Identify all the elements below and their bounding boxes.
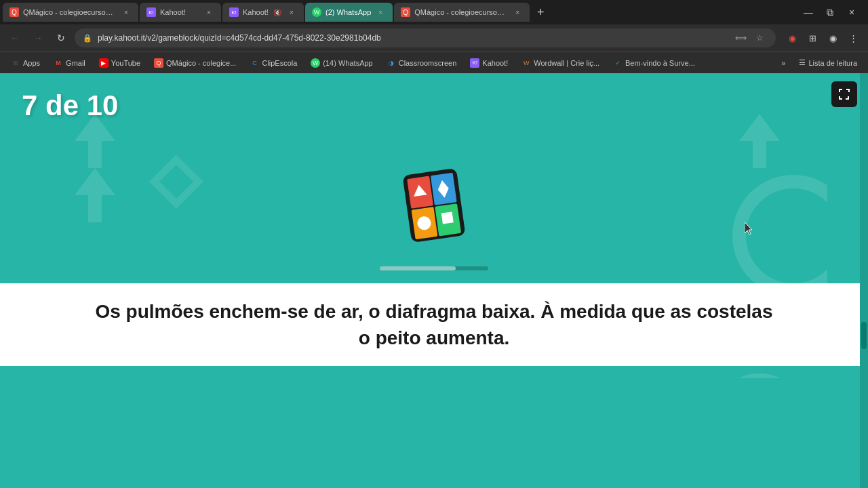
tab-bar: Q QMágico - colegioecursode... × K! Kaho… — [0, 0, 868, 24]
scrollbar[interactable] — [860, 73, 868, 488]
tab-favicon-qmagico-1: Q — [9, 7, 19, 17]
tab-title-whatsapp: (2) WhatsApp — [326, 8, 371, 16]
tab-title-kahoot-2: Kahoot! — [243, 8, 269, 16]
extensions-puzzle-icon[interactable]: ⊞ — [803, 28, 822, 47]
more-bookmarks-button[interactable]: » — [776, 57, 791, 69]
question-counter: 7 de 10 — [22, 89, 118, 122]
kahoot-logo-area — [400, 168, 468, 245]
more-bookmarks: » ☰ Lista de leitura — [776, 56, 863, 69]
bookmark-favicon-classroomscreen: ◑ — [387, 58, 396, 68]
bookmark-favicon-clipescola: C — [250, 58, 259, 68]
browser-window: Q QMágico - colegioecursode... × K! Kaho… — [0, 0, 868, 488]
browser-toolbar-icons: ◉ ⊞ ◉ ⋮ — [783, 28, 863, 47]
maximize-button[interactable]: ⧉ — [821, 3, 840, 22]
bottom-area — [0, 378, 868, 488]
refresh-button[interactable]: ↻ — [52, 28, 71, 47]
new-tab-button[interactable]: + — [531, 3, 550, 22]
progress-bar-fill — [380, 266, 456, 270]
svg-marker-0 — [75, 114, 115, 168]
question-text-line2: o peito aumenta. — [359, 327, 509, 348]
tab-title-kahoot-1: Kahoot! — [160, 8, 199, 16]
bookmark-label-gmail: Gmail — [66, 59, 85, 67]
address-bar[interactable]: 🔒 play.kahoot.it/v2/gameblock/quizId=c4d… — [75, 28, 776, 47]
tab-favicon-kahoot-1: K! — [146, 7, 156, 17]
forward-button[interactable]: → — [28, 28, 47, 47]
scrollbar-thumb[interactable] — [861, 322, 867, 349]
bookmark-classroomscreen[interactable]: ◑ Classroomscreen — [381, 56, 462, 70]
bookmark-favicon-kahoot: K! — [470, 58, 479, 68]
question-text-area: Os pulmões enchem-se de ar, o diafragma … — [0, 283, 868, 366]
bookmark-label-surveymonkey: Bem-vindo à Surve... — [625, 59, 695, 67]
tab-favicon-kahoot-2: K! — [229, 7, 239, 17]
svg-rect-17 — [441, 211, 454, 224]
bg-shape-right — [692, 100, 827, 304]
bg-shape-diamond-left — [149, 155, 203, 209]
tab-close-kahoot-2[interactable]: × — [286, 7, 297, 18]
svg-point-4 — [739, 182, 827, 290]
bookmark-apps[interactable]: ⊞ Apps — [5, 56, 45, 70]
bookmark-whatsapp[interactable]: W (14) WhatsApp — [305, 56, 378, 70]
tab-title-qmagico-2: QMágico - colegioecursode... — [414, 8, 508, 16]
svg-marker-3 — [159, 165, 193, 199]
bookmark-gmail[interactable]: M Gmail — [48, 56, 91, 70]
bookmark-favicon-surveymonkey: ✓ — [613, 58, 623, 68]
svg-marker-1 — [75, 168, 115, 222]
kahoot-logo-icon — [400, 168, 468, 243]
bookmark-label-whatsapp: (14) WhatsApp — [323, 59, 372, 67]
bookmark-label-clipescola: ClipEscola — [262, 59, 297, 67]
bookmarks-bar: ⊞ Apps M Gmail ▶ YouTube Q QMágico - col… — [0, 52, 868, 73]
tab-mute-kahoot-2[interactable]: 🔇 — [273, 7, 282, 17]
tab-qmagico-1[interactable]: Q QMágico - colegioecursode... × — [3, 3, 138, 22]
question-text-line1: Os pulmões enchem-se de ar, o diafragma … — [95, 301, 772, 322]
tab-close-kahoot-1[interactable]: × — [203, 7, 214, 18]
page-content: 7 de 10 — [0, 73, 868, 488]
fullscreen-button[interactable] — [831, 81, 857, 107]
bookmark-label-classroomscreen: Classroomscreen — [399, 59, 457, 67]
bookmark-favicon-gmail: M — [54, 58, 63, 68]
question-text: Os pulmões enchem-se de ar, o diafragma … — [11, 298, 857, 351]
bookmark-label-wordwall: Wordwall | Crie liç... — [534, 59, 599, 67]
bookmark-favicon-qmagico: Q — [154, 58, 163, 68]
minimize-button[interactable]: — — [799, 3, 818, 22]
lock-icon: 🔒 — [83, 34, 92, 43]
tab-close-whatsapp[interactable]: × — [375, 7, 386, 18]
back-button[interactable]: ← — [5, 28, 24, 47]
bookmark-label-youtube: YouTube — [111, 59, 140, 67]
tab-qmagico-2[interactable]: Q QMágico - colegioecursode... × — [394, 3, 530, 22]
menu-icon[interactable]: ⋮ — [844, 28, 863, 47]
tab-favicon-whatsapp: W — [312, 7, 321, 17]
bookmark-favicon-youtube: ▶ — [99, 58, 108, 68]
reading-list-button[interactable]: ☰ Lista de leitura — [793, 56, 863, 69]
progress-bar-bg — [380, 266, 488, 270]
window-controls: — ⧉ × — [799, 3, 865, 22]
bookmark-favicon-wordwall: W — [521, 58, 531, 68]
tab-close-qmagico-1[interactable]: × — [121, 7, 132, 18]
bookmark-favicon-apps: ⊞ — [11, 58, 20, 68]
bookmark-surveymonkey[interactable]: ✓ Bem-vindo à Surve... — [608, 56, 701, 70]
bookmark-kahoot[interactable]: K! Kahoot! — [465, 56, 513, 70]
tab-title-qmagico-1: QMágico - colegioecursode... — [23, 8, 117, 16]
bookmark-clipescola[interactable]: C ClipEscola — [244, 56, 302, 70]
cursor-icon — [745, 222, 755, 236]
reading-list-icon: ☰ — [799, 58, 806, 67]
fullscreen-icon — [837, 87, 851, 101]
tab-close-qmagico-2[interactable]: × — [512, 7, 523, 18]
tab-kahoot-1[interactable]: K! Kahoot! × — [140, 3, 221, 22]
cursor — [745, 222, 755, 239]
tab-kahoot-2[interactable]: K! Kahoot! 🔇 × — [222, 3, 304, 22]
reading-list-label: Lista de leitura — [808, 59, 857, 67]
star-icon[interactable]: ☆ — [751, 30, 768, 46]
bookmark-wordwall[interactable]: W Wordwall | Crie liç... — [516, 56, 605, 70]
bookmark-label-qmagico: QMágico - colegice... — [166, 59, 236, 67]
close-button[interactable]: × — [842, 3, 861, 22]
url-text: play.kahoot.it/v2/gameblock/quizId=c4d57… — [98, 33, 727, 43]
profile-icon[interactable]: ◉ — [823, 28, 842, 47]
translate-icon[interactable]: ⟺ — [732, 30, 749, 46]
bookmark-youtube[interactable]: ▶ YouTube — [94, 56, 146, 70]
tab-whatsapp[interactable]: W (2) WhatsApp × — [305, 3, 393, 22]
address-bar-row: ← → ↻ 🔒 play.kahoot.it/v2/gameblock/quiz… — [0, 24, 868, 52]
bookmark-qmagico[interactable]: Q QMágico - colegice... — [149, 56, 241, 70]
svg-marker-2 — [149, 155, 203, 209]
extensions-icon[interactable]: ◉ — [783, 28, 802, 47]
bookmark-favicon-whatsapp: W — [311, 58, 320, 68]
